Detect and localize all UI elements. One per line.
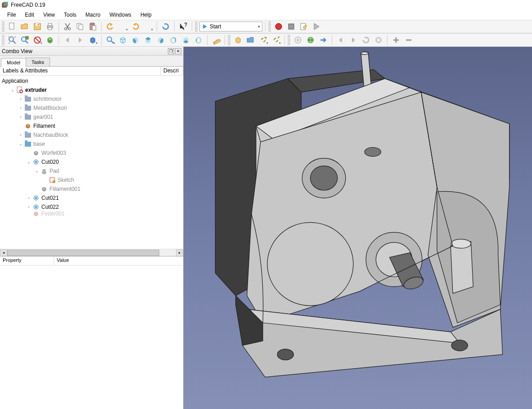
menu-macro[interactable]: Macro xyxy=(82,11,104,19)
nav-forward-button[interactable] xyxy=(74,34,86,46)
link-make-button[interactable] xyxy=(257,34,269,46)
tree-expander[interactable]: › xyxy=(18,105,23,111)
paste-button[interactable] xyxy=(87,21,99,32)
nav-back-button[interactable] xyxy=(62,34,73,46)
toolbar-grip[interactable] xyxy=(268,22,271,31)
link-actions-button[interactable] xyxy=(270,34,282,46)
tree-item[interactable]: ›MetallBlockori xyxy=(0,103,183,112)
zoom-out-button[interactable] xyxy=(403,34,415,46)
fit-selection-button[interactable] xyxy=(19,34,31,46)
toolbar-grip[interactable] xyxy=(288,35,290,45)
undo-dropdown[interactable] xyxy=(117,21,129,32)
open-button[interactable] xyxy=(19,21,31,32)
tree-body[interactable]: Application ⌄extruder›schrittmotor›Metal… xyxy=(0,76,183,249)
toolbar-grip[interactable] xyxy=(2,22,5,31)
group-create-button[interactable] xyxy=(245,34,257,46)
menu-file[interactable]: File xyxy=(4,11,19,19)
view-top-button[interactable] xyxy=(142,34,154,46)
bounding-box-button[interactable] xyxy=(44,34,56,46)
tree-item[interactable]: ⌄extruder xyxy=(0,85,183,94)
tree-item[interactable]: Fillament xyxy=(0,121,183,130)
macro-record-button[interactable] xyxy=(273,21,284,32)
toolbar-grip[interactable] xyxy=(2,35,5,45)
tree-item[interactable]: ⌄base xyxy=(0,139,183,148)
panel-float-button[interactable]: ❐ xyxy=(168,48,174,54)
tree-item[interactable]: Sketch xyxy=(0,175,183,184)
view-left-button[interactable] xyxy=(193,34,204,46)
panel-close-button[interactable]: ✕ xyxy=(175,48,181,54)
scroll-thumb[interactable] xyxy=(7,250,159,256)
isometric-button[interactable] xyxy=(104,34,116,46)
tree-expander[interactable]: › xyxy=(26,204,32,210)
view-front-button[interactable] xyxy=(130,34,141,46)
scroll-left-button[interactable]: ◂ xyxy=(0,249,7,256)
cut-button[interactable] xyxy=(62,21,73,32)
draw-style-button[interactable] xyxy=(32,34,43,46)
tree-hscrollbar[interactable]: ◂ ▸ xyxy=(0,249,183,256)
scroll-right-button[interactable]: ▸ xyxy=(176,249,183,256)
redo-dropdown[interactable] xyxy=(142,21,154,32)
menu-tools[interactable]: Tools xyxy=(60,11,80,19)
fit-all-button[interactable] xyxy=(6,34,18,46)
tree-item[interactable]: Fillament001 xyxy=(0,184,183,193)
tree-item[interactable]: Würfel003 xyxy=(0,148,183,157)
tree-item[interactable]: ⌄Pad xyxy=(0,166,183,175)
tree-col-desc[interactable]: Descri xyxy=(161,67,183,75)
macro-edit-button[interactable] xyxy=(298,21,310,32)
property-col-value[interactable]: Value xyxy=(54,256,72,265)
tree-item[interactable]: Feder001 xyxy=(0,211,183,216)
new-button[interactable] xyxy=(6,21,18,32)
menu-windows[interactable]: Windows xyxy=(106,11,135,19)
tree-expander[interactable] xyxy=(18,123,23,129)
toolbar-grip[interactable] xyxy=(195,22,198,31)
tree-expander[interactable]: ⌄ xyxy=(26,159,32,165)
toolbar-grip[interactable] xyxy=(228,35,230,45)
macro-run-button[interactable] xyxy=(311,21,322,32)
tree-item[interactable]: ⌄Cut020 xyxy=(0,157,183,166)
3d-viewport[interactable]: Startseite ✕ extruder : 1 ✕ xyxy=(184,47,532,409)
tree-expander[interactable]: › xyxy=(18,96,23,102)
zoom-in-button[interactable] xyxy=(390,34,402,46)
tree-col-labels[interactable]: Labels & Attributes xyxy=(0,67,161,75)
tree-expander[interactable]: ⌄ xyxy=(10,87,15,93)
tree-item[interactable]: ›gear001 xyxy=(0,112,183,121)
undo-button[interactable] xyxy=(104,21,116,32)
tree-expander[interactable] xyxy=(42,177,48,183)
tree-expander[interactable]: › xyxy=(26,195,32,201)
tree-expander[interactable] xyxy=(26,150,32,156)
scroll-track[interactable] xyxy=(7,249,176,256)
tab-tasks[interactable]: Tasks xyxy=(26,58,50,66)
print-button[interactable] xyxy=(44,21,56,32)
tree-expander[interactable]: › xyxy=(18,114,23,120)
workbench-selector[interactable]: Start xyxy=(199,22,262,31)
view-iso-button[interactable] xyxy=(117,34,129,46)
web-prev-button[interactable] xyxy=(292,34,304,46)
view-bottom-button[interactable] xyxy=(180,34,192,46)
web-refresh-button[interactable] xyxy=(360,34,372,46)
menu-edit[interactable]: Edit xyxy=(21,11,38,19)
measure-button[interactable] xyxy=(210,34,222,46)
tree-item[interactable]: ›schrittmotor xyxy=(0,94,183,103)
tree-expander[interactable] xyxy=(34,186,40,192)
web-forward-button[interactable] xyxy=(347,34,359,46)
menu-help[interactable]: Help xyxy=(137,11,155,19)
refresh-button[interactable] xyxy=(160,21,171,32)
view-rear-button[interactable] xyxy=(167,34,179,46)
tree-item[interactable]: ›Cut022 xyxy=(0,202,183,211)
web-back-button[interactable] xyxy=(335,34,347,46)
redo-button[interactable] xyxy=(130,21,141,32)
web-next-button[interactable] xyxy=(317,34,329,46)
save-button[interactable] xyxy=(32,21,43,32)
tree-expander[interactable]: ⌄ xyxy=(18,141,23,147)
property-col-name[interactable]: Property xyxy=(0,256,54,265)
tree-root[interactable]: Application xyxy=(0,76,183,85)
tree-expander[interactable] xyxy=(26,211,32,216)
tree-expander[interactable]: ⌄ xyxy=(34,168,40,174)
tab-model[interactable]: Model xyxy=(1,58,26,67)
view-right-button[interactable] xyxy=(155,34,167,46)
copy-button[interactable] xyxy=(74,21,86,32)
menu-view[interactable]: View xyxy=(40,11,59,19)
tree-item[interactable]: ›Cut021 xyxy=(0,193,183,202)
whats-this-button[interactable]: ? xyxy=(177,21,189,32)
link-nav-button[interactable] xyxy=(87,34,99,46)
